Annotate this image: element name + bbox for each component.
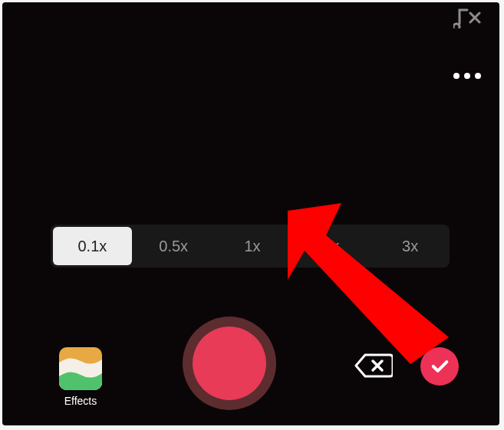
sound-cut-icon[interactable]: [453, 7, 481, 28]
speed-option-2x[interactable]: 2x: [292, 225, 371, 268]
delete-clip-button[interactable]: [354, 352, 393, 379]
checkmark-icon: [429, 356, 450, 377]
record-icon: [193, 327, 266, 400]
confirm-button[interactable]: [420, 347, 459, 386]
speed-selector: 0.1x 0.5x 1x 2x 3x: [51, 225, 450, 268]
effects-label: Effects: [64, 395, 97, 407]
effects-button[interactable]: Effects: [54, 347, 107, 407]
effects-thumbnail: [59, 347, 102, 390]
speed-option-1x[interactable]: 1x: [213, 225, 292, 268]
more-menu-icon[interactable]: [450, 70, 484, 82]
camera-screen: 0.1x 0.5x 1x 2x 3x Effects: [2, 2, 499, 425]
record-button[interactable]: [183, 317, 276, 410]
speed-option-0_1x[interactable]: 0.1x: [53, 227, 132, 265]
speed-option-0_5x[interactable]: 0.5x: [134, 225, 213, 268]
backspace-x-icon: [354, 352, 393, 379]
top-right-toolbar: [450, 2, 484, 82]
speed-option-3x[interactable]: 3x: [371, 225, 450, 268]
